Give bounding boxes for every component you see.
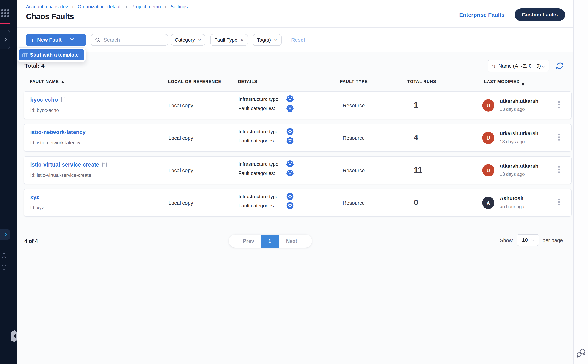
chevron-right-icon xyxy=(3,37,7,42)
local-or-reference-value: Local copy xyxy=(169,200,193,206)
table-row: istio-virtual-service-create Id: istio-v… xyxy=(24,156,572,184)
info-icon[interactable]: i xyxy=(1,265,7,270)
page-number-button[interactable]: 1 xyxy=(261,234,279,247)
kubernetes-icon xyxy=(286,160,294,168)
nav-collapse-handle[interactable] xyxy=(12,330,17,342)
breadcrumb: Account: chaos-dev › Organization: defau… xyxy=(26,4,188,10)
filter-chip-category[interactable]: Category ✕ xyxy=(171,34,205,46)
column-header-local: LOCAL OR REFERENCE xyxy=(168,79,221,84)
fault-categories-label: Fault categories: xyxy=(238,170,275,176)
fault-type-value: Resource xyxy=(343,135,365,141)
new-fault-dropdown-menu: Start with a template xyxy=(17,47,86,62)
manifest-file-icon[interactable] xyxy=(61,97,65,102)
reset-filters-link[interactable]: Reset xyxy=(291,37,305,43)
page-size-value: 10 xyxy=(522,237,528,243)
button-divider xyxy=(66,37,66,43)
results-range-label: 4 of 4 xyxy=(25,238,38,244)
refresh-icon[interactable] xyxy=(555,61,564,70)
custom-faults-button[interactable]: Custom Faults xyxy=(515,8,565,21)
search-box xyxy=(91,34,168,46)
close-icon[interactable]: ✕ xyxy=(241,38,244,42)
prev-label: Prev xyxy=(243,238,254,244)
fault-type-value: Resource xyxy=(343,168,365,173)
fault-name-link[interactable]: byoc-echo xyxy=(30,97,65,103)
kubernetes-icon xyxy=(286,169,294,177)
fault-categories-label: Fault categories: xyxy=(238,105,275,111)
app-grid-icon[interactable] xyxy=(1,9,9,17)
total-runs-value: 4 xyxy=(414,133,418,142)
row-menu-kebab-icon[interactable] xyxy=(557,198,560,206)
enterprise-faults-link[interactable]: Enterprise Faults xyxy=(459,12,504,18)
local-or-reference-value: Local copy xyxy=(169,103,193,109)
sort-arrows-icon: ↑↓ xyxy=(492,63,495,69)
scrollbar-gutter xyxy=(574,0,588,364)
infrastructure-type-label: Infrastructure type: xyxy=(238,161,280,167)
breadcrumb-organization[interactable]: Organization: default xyxy=(78,4,122,10)
pagination-control: ← Prev 1 Next → xyxy=(229,234,312,247)
search-icon xyxy=(95,37,100,43)
column-header-last-modified[interactable]: LAST MODIFIED xyxy=(484,79,524,86)
sort-label: Name (A→Z, 0→9) xyxy=(498,63,541,69)
column-header-fault-name[interactable]: FAULT NAME xyxy=(30,79,64,84)
infrastructure-type-label: Infrastructure type: xyxy=(238,96,280,102)
table-row: byoc-echo Id: byoc-echo Local copy Infra… xyxy=(24,91,572,119)
fault-name-link[interactable]: istio-virtual-service-create xyxy=(30,162,106,168)
scrollbar-track-line xyxy=(574,0,574,364)
filter-chip-tags[interactable]: Tag(s) ✕ xyxy=(253,34,281,46)
new-fault-button[interactable]: + New Fault xyxy=(26,34,86,46)
filter-label: Category xyxy=(175,37,195,43)
kubernetes-icon xyxy=(286,95,294,103)
chevron-down-icon xyxy=(531,238,534,241)
column-header-total-runs: TOTAL RUNS xyxy=(407,79,436,84)
column-header-details: DETAILS xyxy=(238,79,257,84)
chaos-faults-page: i i Account: chaos-dev › Organization: d… xyxy=(0,0,588,364)
modified-time: an hour ago xyxy=(500,204,524,209)
sidebar-divider xyxy=(0,246,10,246)
prev-page-button[interactable]: ← Prev xyxy=(229,234,261,247)
breadcrumb-separator: › xyxy=(126,4,127,10)
search-input[interactable] xyxy=(104,37,161,43)
total-runs-value: 1 xyxy=(414,100,418,110)
table-row: xyz Id: xyz Local copy Infrastructure ty… xyxy=(24,189,572,217)
header-divider xyxy=(17,27,574,27)
breadcrumb-project[interactable]: Project: demo xyxy=(131,4,161,10)
close-icon[interactable]: ✕ xyxy=(198,38,201,42)
sort-dropdown[interactable]: ↑↓ Name (A→Z, 0→9) xyxy=(488,60,549,72)
row-menu-kebab-icon[interactable] xyxy=(557,165,560,174)
fault-name-link[interactable]: xyz xyxy=(30,194,39,200)
local-or-reference-value: Local copy xyxy=(169,168,193,173)
manifest-file-icon[interactable] xyxy=(102,162,106,167)
fault-categories-label: Fault categories: xyxy=(238,138,275,144)
kubernetes-icon xyxy=(286,202,294,209)
page-size-select[interactable]: 10 xyxy=(516,234,539,246)
sidebar-expand-button-bottom[interactable] xyxy=(0,229,10,240)
row-menu-kebab-icon[interactable] xyxy=(557,133,560,141)
main-content: Account: chaos-dev › Organization: defau… xyxy=(17,0,588,364)
filter-chip-fault-type[interactable]: Fault Type ✕ xyxy=(210,34,248,46)
kubernetes-icon xyxy=(286,193,294,200)
fault-id: Id: istio-virtual-service-create xyxy=(30,173,91,178)
modified-time: 13 days ago xyxy=(500,171,525,177)
page-title: Chaos Faults xyxy=(26,12,74,21)
sidebar-expand-button-top[interactable] xyxy=(0,30,10,49)
filter-label: Fault Type xyxy=(214,37,237,43)
info-icon[interactable]: i xyxy=(1,253,7,258)
arrow-right-icon: → xyxy=(300,238,305,244)
menu-item-start-with-template[interactable]: Start with a template xyxy=(19,49,84,60)
close-icon[interactable]: ✕ xyxy=(274,38,277,42)
next-page-button[interactable]: Next → xyxy=(279,234,312,247)
chevron-down-icon[interactable] xyxy=(70,37,74,41)
chat-help-icon[interactable] xyxy=(576,348,587,359)
toolbar-divider xyxy=(17,52,574,52)
left-nav-rail: i i xyxy=(0,0,17,364)
fault-name-link[interactable]: istio-network-latency xyxy=(30,129,85,135)
fault-id: Id: byoc-echo xyxy=(30,108,59,113)
fault-categories-label: Fault categories: xyxy=(238,203,275,208)
template-icon xyxy=(22,52,27,57)
avatar: A xyxy=(482,197,494,209)
row-menu-kebab-icon[interactable] xyxy=(557,100,560,109)
breadcrumb-account[interactable]: Account: chaos-dev xyxy=(26,4,68,10)
accent-underline xyxy=(0,23,10,24)
breadcrumb-settings[interactable]: Settings xyxy=(170,4,188,10)
per-page-label: per page xyxy=(542,238,563,243)
